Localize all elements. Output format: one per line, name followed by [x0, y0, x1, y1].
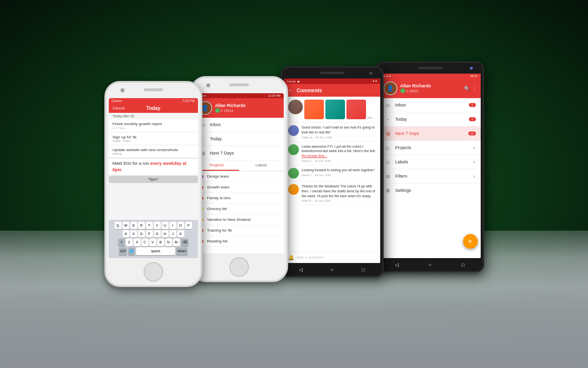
nav-item-inbox[interactable]: ▭ Inbox	[195, 118, 284, 132]
key-h[interactable]: H	[162, 230, 169, 237]
nav-item-today[interactable]: ▫ Today	[195, 132, 284, 146]
android1-camera	[369, 72, 372, 75]
key-w[interactable]: W	[122, 222, 129, 229]
nav-item-filters[interactable]: ⊘ Filters ∨	[380, 169, 481, 183]
back-nav-button[interactable]: ◁	[297, 266, 304, 273]
comment-body: Looks awesome FYI, I put all the colors …	[302, 144, 376, 162]
inbox-icon: ▭	[385, 102, 392, 108]
key-return[interactable]: return	[176, 247, 188, 255]
recents-nav-button[interactable]: □	[460, 261, 466, 268]
menu-tabs: Projects Labels	[195, 160, 284, 171]
key-delete[interactable]: ⌫	[181, 238, 189, 246]
nav-item-today[interactable]: ▫ Today 4	[380, 112, 481, 126]
android1-screen: Carrier ◀ ● ● ← Comments Alla...	[284, 79, 380, 263]
header-icons: 🔍 ⋮	[464, 86, 477, 91]
project-item-design[interactable]: Design team	[195, 171, 284, 182]
key-k[interactable]: K	[177, 230, 184, 237]
key-j[interactable]: J	[170, 230, 176, 237]
key-x[interactable]: X	[134, 238, 141, 246]
comment-author: David J. · 16 Jun, 5:59	[302, 174, 376, 177]
key-v[interactable]: V	[149, 238, 156, 246]
user-name: Allan Richards	[215, 103, 280, 108]
key-o[interactable]: O	[177, 222, 184, 229]
key-globe[interactable]: 🌐	[128, 247, 135, 255]
image-thumb-2[interactable]	[325, 100, 345, 119]
iphone1-home-button[interactable]	[144, 262, 163, 282]
iphone1-camera	[121, 88, 124, 92]
key-n[interactable]: N	[165, 238, 172, 246]
key-shift[interactable]: ⇧	[118, 238, 125, 246]
key-i[interactable]: I	[170, 222, 176, 229]
more-icon[interactable]: ⋮	[472, 86, 477, 91]
key-p[interactable]: P	[185, 222, 192, 229]
date-section: Today Mar 23	[109, 113, 198, 119]
tab-labels[interactable]: Labels	[239, 160, 284, 171]
image-thumb-1[interactable]	[304, 100, 324, 119]
key-a[interactable]: A	[122, 230, 129, 237]
project-item-reading[interactable]: Reading list	[195, 236, 284, 247]
android1-status-bar: Carrier ◀ ● ●	[284, 79, 380, 84]
back-button[interactable]: ←	[288, 87, 294, 94]
key-z[interactable]: Z	[126, 238, 133, 246]
time-label: 08:00	[470, 75, 477, 78]
comment-author: Allan R. · 16 Jun, 6:59	[302, 199, 376, 202]
iphone2-home-button[interactable]	[229, 257, 249, 277]
keyboard-row-4: 123 🌐 space return	[110, 247, 197, 255]
key-c[interactable]: C	[142, 238, 148, 246]
task-item[interactable]: Finish monthly growth report ☐ 4 Gro...	[109, 119, 198, 132]
key-e[interactable]: E	[130, 222, 137, 229]
task-item[interactable]: Update website with new screenshots wait…	[109, 145, 198, 158]
add-comment-placeholder: Add a comment	[297, 255, 324, 260]
user-avatar[interactable]: 👤	[384, 81, 397, 95]
time-picker[interactable]: "5pm"	[109, 176, 198, 183]
home-nav-button[interactable]: ○	[329, 266, 336, 273]
comments-header: ← Comments	[284, 84, 380, 97]
home-nav-button[interactable]: ○	[426, 261, 433, 268]
key-123[interactable]: 123	[119, 247, 127, 255]
avatar-image: 👤	[385, 82, 396, 94]
cancel-button[interactable]: Cancel	[113, 106, 125, 110]
search-icon[interactable]: 🔍	[464, 86, 470, 91]
key-b[interactable]: B	[157, 238, 164, 246]
user-info: Allan Richards ✓ # 15022	[400, 83, 431, 93]
bell-icon: 🔔	[288, 255, 294, 260]
task-tag: Gro...	[120, 127, 127, 130]
project-item-growth[interactable]: Growth team	[195, 182, 284, 193]
check-badge: ✓	[215, 108, 220, 113]
project-item-training[interactable]: Training for 5k	[195, 225, 284, 236]
iphone1-screen: Carrier 7:23 PM Cancel Today Today Mar 2…	[109, 98, 198, 258]
key-y[interactable]: Y	[154, 222, 161, 229]
iphone2-camera	[206, 83, 210, 87]
nav-label-active: Next 7 Days	[395, 131, 465, 136]
project-item-grocery[interactable]: Grocery list	[195, 204, 284, 214]
nav-item-settings[interactable]: ⚙ Settings	[380, 184, 481, 197]
task-status: waiting	[113, 152, 122, 155]
key-s[interactable]: S	[130, 230, 137, 237]
key-f[interactable]: F	[146, 230, 153, 237]
nav-item-labels[interactable]: ◇ Labels ∨	[380, 155, 481, 169]
key-g[interactable]: G	[154, 230, 161, 237]
settings-icon: ⚙	[385, 187, 392, 194]
nav-item-projects[interactable]: ▷ Projects ∨	[380, 141, 481, 155]
nav-item-next7days[interactable]: ⊞ Next 7 Days 26	[380, 127, 481, 140]
key-r[interactable]: R	[138, 222, 145, 229]
recents-nav-button[interactable]: □	[360, 266, 367, 273]
image-thumb-3[interactable]	[346, 100, 366, 119]
task-item[interactable]: Sign up for 5k health Traini...	[109, 132, 198, 145]
fab-add-button[interactable]: +	[463, 234, 478, 249]
key-m[interactable]: M	[173, 238, 180, 246]
key-space[interactable]: space	[136, 247, 175, 255]
nav-item-inbox[interactable]: ▭ Inbox 3	[380, 98, 481, 112]
project-item-vacation[interactable]: Vacation to New Zealand	[195, 214, 284, 225]
key-q[interactable]: Q	[115, 222, 122, 229]
key-u[interactable]: U	[162, 222, 169, 229]
task-meta: waiting	[113, 152, 194, 155]
nav-item-next7days[interactable]: ⊞ Next 7 Days	[195, 146, 284, 160]
add-comment-bar[interactable]: 🔔 Add a comment	[284, 251, 380, 263]
back-nav-button[interactable]: ◁	[393, 261, 400, 268]
key-t[interactable]: T	[146, 222, 153, 229]
task-meta: ☐ 4 Gro...	[113, 126, 194, 130]
project-item-family[interactable]: Family to-dos	[195, 193, 284, 204]
key-d[interactable]: D	[138, 230, 145, 237]
comment-link[interactable]: Re-Design Bra...	[302, 154, 327, 158]
